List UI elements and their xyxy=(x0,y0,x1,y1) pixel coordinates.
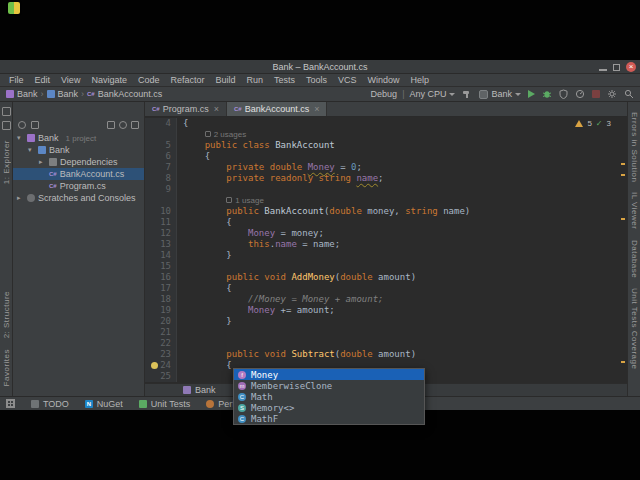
settings-gear-icon[interactable] xyxy=(607,89,617,99)
warning-stripe-mark[interactable] xyxy=(621,163,625,165)
toolwindow-il-viewer[interactable]: IL Viewer xyxy=(630,192,639,229)
line-number: 4 xyxy=(166,118,171,129)
method-icon: m xyxy=(238,382,246,390)
desktop-taskbar-icon[interactable] xyxy=(8,2,20,14)
code-token: //Money = Money + amount; xyxy=(248,294,383,304)
menu-help[interactable]: Help xyxy=(406,75,435,85)
menu-build[interactable]: Build xyxy=(210,75,240,85)
close-tab-icon[interactable]: × xyxy=(214,104,219,114)
gutter: 12 xyxy=(145,228,177,239)
toolwindow-structure[interactable]: 2: Structure xyxy=(2,291,11,338)
code-token: double xyxy=(329,206,367,216)
project-item-dependencies[interactable]: ▸Dependencies xyxy=(13,156,144,168)
breadcrumb-bankaccount-cs[interactable]: C#BankAccount.cs xyxy=(87,89,162,99)
project-item-bank[interactable]: ▾Bank xyxy=(13,144,144,156)
toolwindow-icon[interactable] xyxy=(2,107,11,116)
warning-count: 5 xyxy=(587,119,591,128)
toolwindow-nuget[interactable]: NNuGet xyxy=(85,399,123,409)
expand-icon[interactable] xyxy=(31,121,39,129)
solution-icon xyxy=(6,90,14,98)
profiler-gauge-icon[interactable] xyxy=(575,89,585,99)
settings-gear-icon[interactable] xyxy=(119,121,127,129)
run-button[interactable] xyxy=(528,90,535,98)
warning-stripe-mark[interactable] xyxy=(621,361,625,363)
debug-button[interactable] xyxy=(542,89,552,99)
warning-stripe-mark[interactable] xyxy=(621,174,625,176)
code-line: 12 Money = money; xyxy=(145,228,627,239)
menu-vcs[interactable]: VCS xyxy=(333,75,362,85)
tab-bankaccount-cs[interactable]: C#BankAccount.cs× xyxy=(227,102,327,116)
usages-hint[interactable]: 1 usage xyxy=(235,196,263,205)
menu-view[interactable]: View xyxy=(56,75,85,85)
code-text: { xyxy=(177,151,210,162)
code-line: 14 } xyxy=(145,250,627,261)
code-token: } xyxy=(183,316,232,326)
maximize-button[interactable] xyxy=(613,64,620,71)
menu-run[interactable]: Run xyxy=(241,75,268,85)
code-editor[interactable]: 4{ 2 usages5 public class BankAccount6 {… xyxy=(145,117,627,383)
toolwindow-unit-tests[interactable]: Unit Tests xyxy=(139,399,190,409)
breadcrumb-bank[interactable]: Bank xyxy=(47,89,79,99)
editor-tab-bar: C#Program.cs×C#BankAccount.cs× xyxy=(145,102,627,117)
inspections-widget[interactable]: 5 ✓ 3 xyxy=(575,119,611,128)
breadcrumb-bank[interactable]: Bank xyxy=(6,89,38,99)
warning-stripe-mark[interactable] xyxy=(621,218,625,220)
menu-window[interactable]: Window xyxy=(363,75,405,85)
project-item-bank[interactable]: ▾Bank1 project xyxy=(13,132,144,144)
toolwindow-switcher-icon[interactable] xyxy=(6,399,15,408)
menu-file[interactable]: File xyxy=(4,75,29,85)
gutter: 5 xyxy=(145,140,177,151)
hide-panel-icon[interactable] xyxy=(131,121,139,129)
toolwindow-database[interactable]: Database xyxy=(630,240,639,278)
project-tree: ▾Bank1 project▾Bank▸DependenciesC#BankAc… xyxy=(13,132,144,204)
solution-configuration-dropdown[interactable]: Debug | Any CPU xyxy=(371,89,456,99)
project-item-scratches-and-consoles[interactable]: ▸Scratches and Consoles xyxy=(13,192,144,204)
run-config-dropdown[interactable]: Bank xyxy=(479,89,521,99)
tab-program-cs[interactable]: C#Program.cs× xyxy=(145,102,227,116)
completion-item-math[interactable]: CMath xyxy=(234,391,424,402)
usages-hint[interactable]: 2 usages xyxy=(214,130,246,139)
breadcrumb-namespace[interactable]: Bank xyxy=(195,385,216,395)
close-button[interactable]: × xyxy=(626,62,636,72)
project-item-bankaccount-cs[interactable]: C#BankAccount.cs xyxy=(13,168,144,180)
toolwindow-todo[interactable]: TODO xyxy=(31,399,69,409)
completion-item-mathf[interactable]: CMathF xyxy=(234,413,424,424)
completion-item-memory[interactable]: SMemory<> xyxy=(234,402,424,413)
close-tab-icon[interactable]: × xyxy=(314,104,319,114)
build-hammer-icon[interactable] xyxy=(462,89,472,99)
completion-item-memberwiseclone[interactable]: mMemberwiseClone xyxy=(234,380,424,391)
menu-edit[interactable]: Edit xyxy=(30,75,56,85)
completion-item-money[interactable]: fMoney xyxy=(234,369,424,380)
intention-bulb-icon[interactable] xyxy=(151,362,158,369)
line-number: 11 xyxy=(160,217,171,228)
minimize-button[interactable] xyxy=(599,63,607,71)
gutter xyxy=(145,195,177,206)
gutter: 22 xyxy=(145,338,177,349)
menu-code[interactable]: Code xyxy=(133,75,165,85)
locate-file-icon[interactable] xyxy=(18,121,26,129)
coverage-shield-icon[interactable] xyxy=(559,89,568,99)
code-text: 2 usages xyxy=(177,129,246,140)
menu-tools[interactable]: Tools xyxy=(301,75,332,85)
project-item-program-cs[interactable]: C#Program.cs xyxy=(13,180,144,192)
code-token: public class xyxy=(205,140,275,150)
search-icon[interactable] xyxy=(624,89,634,99)
gutter: 10 xyxy=(145,206,177,217)
gutter: 11 xyxy=(145,217,177,228)
stop-button[interactable] xyxy=(592,90,600,98)
collapse-all-icon[interactable] xyxy=(107,121,115,129)
menu-refactor[interactable]: Refactor xyxy=(165,75,209,85)
toolwindow-favorites[interactable]: Favorites xyxy=(2,349,11,386)
menu-tests[interactable]: Tests xyxy=(269,75,300,85)
toolwindow-explorer[interactable]: 1: Explorer xyxy=(2,140,11,184)
menu-navigate[interactable]: Navigate xyxy=(86,75,132,85)
toolwindow-unit-tests-coverage[interactable]: Unit Tests Coverage xyxy=(630,288,639,369)
gutter: 16 xyxy=(145,272,177,283)
titlebar[interactable]: Bank – BankAccount.cs × xyxy=(0,60,640,74)
project-panel: ▾Bank1 project▾Bank▸DependenciesC#BankAc… xyxy=(13,102,145,396)
chevron-right-icon: › xyxy=(81,89,84,99)
usages-icon xyxy=(205,131,211,137)
project-item-suffix: 1 project xyxy=(66,134,97,143)
toolwindow-icon[interactable] xyxy=(2,121,11,130)
toolwindow-errors-in-solution[interactable]: Errors in Solution xyxy=(630,112,639,182)
